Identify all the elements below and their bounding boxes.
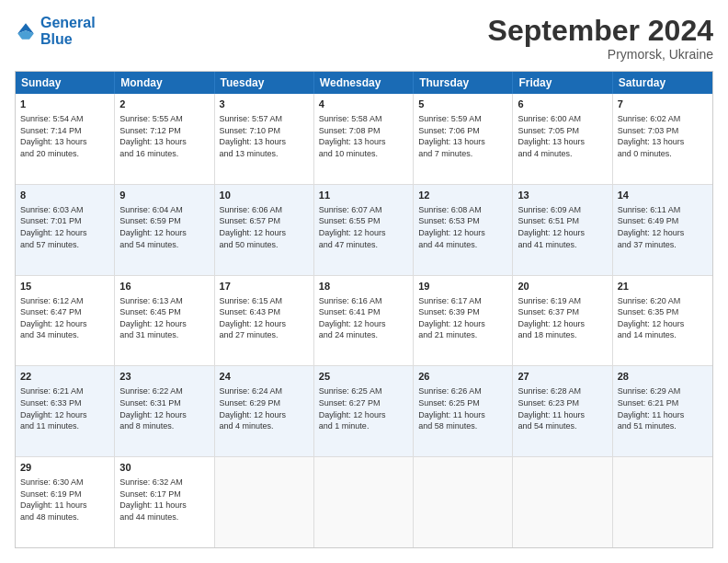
calendar-cell-2: 2Sunrise: 5:55 AMSunset: 7:12 PMDaylight… <box>115 94 214 184</box>
cell-info-line: Sunrise: 6:16 AM <box>319 295 408 307</box>
cell-info-line: and 21 minutes. <box>418 329 507 341</box>
calendar-cell-14: 14Sunrise: 6:11 AMSunset: 6:49 PMDayligh… <box>613 185 712 275</box>
cell-info-line: and 14 minutes. <box>618 329 708 341</box>
cell-info-line: Sunrise: 6:20 AM <box>618 295 708 307</box>
day-number: 10 <box>220 189 309 202</box>
calendar-row-4: 22Sunrise: 6:21 AMSunset: 6:33 PMDayligh… <box>16 366 712 457</box>
cell-info-line: Sunrise: 6:06 AM <box>220 204 309 216</box>
cell-info-line: Sunset: 7:01 PM <box>20 215 109 227</box>
cell-info-line: Sunrise: 6:09 AM <box>518 204 607 216</box>
cell-info-line: Sunset: 7:14 PM <box>20 125 109 137</box>
cell-info-line: and 51 minutes. <box>618 420 708 432</box>
calendar-cell-empty-6 <box>613 457 712 547</box>
cell-info-line: Daylight: 13 hours <box>119 136 209 148</box>
cell-info-line: Sunset: 6:31 PM <box>119 397 209 409</box>
calendar-cell-27: 27Sunrise: 6:28 AMSunset: 6:23 PMDayligh… <box>513 366 612 456</box>
calendar-cell-20: 20Sunrise: 6:19 AMSunset: 6:37 PMDayligh… <box>513 276 612 366</box>
cell-info-line: Daylight: 12 hours <box>618 227 708 239</box>
cell-info-line: Daylight: 12 hours <box>319 318 408 330</box>
cell-info-line: Daylight: 11 hours <box>618 409 708 421</box>
day-number: 15 <box>20 280 109 293</box>
page: General Blue September 2024 Prymorsk, Uk… <box>0 0 728 563</box>
day-number: 29 <box>20 461 109 475</box>
cell-info-line: and 8 minutes. <box>119 420 209 432</box>
calendar-cell-empty-5 <box>513 457 612 547</box>
calendar-cell-23: 23Sunrise: 6:22 AMSunset: 6:31 PMDayligh… <box>115 366 214 456</box>
cell-info-line: Sunrise: 6:25 AM <box>319 385 408 397</box>
cell-info-line: Daylight: 12 hours <box>220 227 309 239</box>
cell-info-line: Sunrise: 6:12 AM <box>20 295 109 307</box>
cell-info-line: Sunrise: 6:13 AM <box>119 295 209 307</box>
cell-info-line: and 37 minutes. <box>618 239 708 251</box>
cell-info-line: and 1 minute. <box>319 420 408 432</box>
cell-info-line: and 44 minutes. <box>418 239 507 251</box>
header-day-friday: Friday <box>513 72 612 94</box>
cell-info-line: Daylight: 12 hours <box>20 409 109 421</box>
header: General Blue September 2024 Prymorsk, Uk… <box>15 15 713 62</box>
cell-info-line: and 10 minutes. <box>319 148 408 160</box>
logo-line1: General <box>40 15 96 30</box>
cell-info-line: Sunset: 6:27 PM <box>319 397 408 409</box>
cell-info-line: Sunrise: 6:07 AM <box>319 204 408 216</box>
calendar-cell-3: 3Sunrise: 5:57 AMSunset: 7:10 PMDaylight… <box>215 94 314 184</box>
day-number: 20 <box>518 280 607 293</box>
day-number: 28 <box>618 370 708 384</box>
calendar-cell-7: 7Sunrise: 6:02 AMSunset: 7:03 PMDaylight… <box>613 94 712 184</box>
cell-info-line: Daylight: 11 hours <box>418 409 507 421</box>
calendar-cell-19: 19Sunrise: 6:17 AMSunset: 6:39 PMDayligh… <box>414 276 513 366</box>
cell-info-line: Sunrise: 6:02 AM <box>618 113 708 125</box>
day-number: 14 <box>618 189 708 202</box>
calendar-cell-25: 25Sunrise: 6:25 AMSunset: 6:27 PMDayligh… <box>314 366 414 456</box>
cell-info-line: and 47 minutes. <box>319 239 408 251</box>
cell-info-line: Sunrise: 6:24 AM <box>220 385 309 397</box>
day-number: 17 <box>220 280 309 293</box>
cell-info-line: Sunrise: 6:32 AM <box>119 477 209 488</box>
day-number: 5 <box>418 98 507 111</box>
cell-info-line: Sunset: 6:51 PM <box>518 215 607 227</box>
cell-info-line: Sunset: 6:59 PM <box>119 215 209 227</box>
calendar-cell-4: 4Sunrise: 5:58 AMSunset: 7:08 PMDaylight… <box>314 94 414 184</box>
cell-info-line: Daylight: 13 hours <box>220 136 309 148</box>
cell-info-line: Sunset: 7:06 PM <box>418 125 507 137</box>
calendar-cell-21: 21Sunrise: 6:20 AMSunset: 6:35 PMDayligh… <box>613 276 712 366</box>
cell-info-line: and 58 minutes. <box>418 420 507 432</box>
cell-info-line: Sunset: 6:37 PM <box>518 306 607 318</box>
location-subtitle: Prymorsk, Ukraine <box>488 47 713 62</box>
cell-info-line: and 18 minutes. <box>518 329 607 341</box>
cell-info-line: Sunset: 7:05 PM <box>518 125 607 137</box>
day-number: 11 <box>319 189 408 202</box>
calendar-cell-17: 17Sunrise: 6:15 AMSunset: 6:43 PMDayligh… <box>215 276 314 366</box>
cell-info-line: Daylight: 12 hours <box>220 409 309 421</box>
calendar-cell-22: 22Sunrise: 6:21 AMSunset: 6:33 PMDayligh… <box>16 366 115 456</box>
header-day-monday: Monday <box>115 72 214 94</box>
calendar-cell-26: 26Sunrise: 6:26 AMSunset: 6:25 PMDayligh… <box>414 366 513 456</box>
calendar-cell-1: 1Sunrise: 5:54 AMSunset: 7:14 PMDaylight… <box>16 94 115 184</box>
day-number: 6 <box>518 98 607 111</box>
title-block: September 2024 Prymorsk, Ukraine <box>488 15 713 62</box>
cell-info-line: Sunrise: 5:55 AM <box>119 113 209 125</box>
calendar-row-5: 29Sunrise: 6:30 AMSunset: 6:19 PMDayligh… <box>16 457 712 547</box>
header-day-tuesday: Tuesday <box>215 72 314 94</box>
header-day-wednesday: Wednesday <box>314 72 414 94</box>
calendar-cell-8: 8Sunrise: 6:03 AMSunset: 7:01 PMDaylight… <box>16 185 115 275</box>
calendar-cell-13: 13Sunrise: 6:09 AMSunset: 6:51 PMDayligh… <box>513 185 612 275</box>
header-day-thursday: Thursday <box>414 72 513 94</box>
calendar-cell-empty-3 <box>314 457 414 547</box>
calendar-cell-28: 28Sunrise: 6:29 AMSunset: 6:21 PMDayligh… <box>613 366 712 456</box>
day-number: 19 <box>418 280 507 293</box>
cell-info-line: Sunrise: 6:17 AM <box>418 295 507 307</box>
cell-info-line: Daylight: 12 hours <box>418 318 507 330</box>
cell-info-line: Sunset: 6:41 PM <box>319 306 408 318</box>
cell-info-line: Sunrise: 6:03 AM <box>20 204 109 216</box>
cell-info-line: Daylight: 12 hours <box>319 409 408 421</box>
cell-info-line: Sunrise: 6:08 AM <box>418 204 507 216</box>
cell-info-line: Daylight: 12 hours <box>20 227 109 239</box>
cell-info-line: Sunset: 7:08 PM <box>319 125 408 137</box>
calendar-cell-6: 6Sunrise: 6:00 AMSunset: 7:05 PMDaylight… <box>513 94 612 184</box>
logo-line2: Blue <box>40 31 73 47</box>
cell-info-line: Sunrise: 6:28 AM <box>518 385 607 397</box>
cell-info-line: Sunset: 6:43 PM <box>220 306 309 318</box>
logo-icon <box>15 20 37 42</box>
header-day-saturday: Saturday <box>613 72 712 94</box>
cell-info-line: and 27 minutes. <box>220 329 309 341</box>
